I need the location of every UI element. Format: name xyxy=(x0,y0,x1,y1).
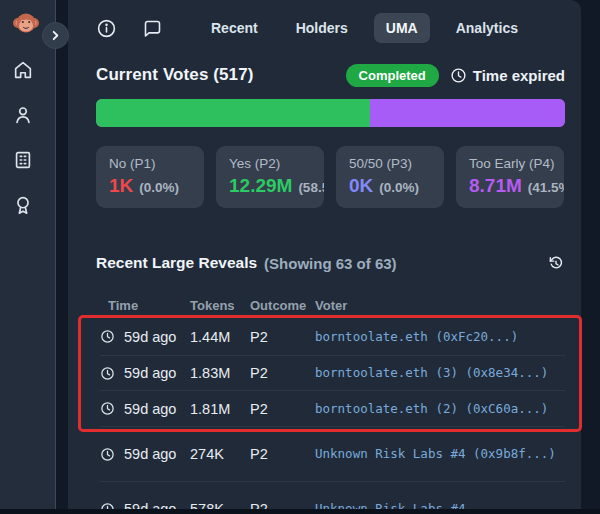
cell-time-text: 59d ago xyxy=(124,365,176,381)
table-row: 59d ago 274K P2 Unknown Risk Labs #4 (0x… xyxy=(100,427,565,482)
top-nav: Recent Holders UMA Analytics xyxy=(96,13,544,43)
progress-segment-green xyxy=(96,99,370,127)
cell-outcome: P2 xyxy=(250,365,315,381)
time-expired-label: Time expired xyxy=(473,67,565,84)
current-votes-title: Current Votes (517) xyxy=(96,65,253,85)
cell-voter-link[interactable]: borntoolate.eth (3) (0x8e34...) xyxy=(315,364,557,382)
cell-time-text: 59d ago xyxy=(124,329,176,345)
clock-icon xyxy=(100,447,115,462)
table-row: 59d ago 1.44M P2 borntoolate.eth (0xFc20… xyxy=(100,318,565,356)
table-row: 59d ago 578K P2 Unknown Risk Labs #4 xyxy=(100,482,565,509)
cell-outcome: P2 xyxy=(250,501,315,509)
clock-icon xyxy=(100,366,115,381)
table-header: Time Tokens Outcome Voter xyxy=(100,292,565,318)
cell-voter-link[interactable]: borntoolate.eth (2) (0xC60a...) xyxy=(315,400,557,418)
cell-voter-link[interactable]: Unknown Risk Labs #4 xyxy=(315,500,557,509)
cell-tokens: 1.81M xyxy=(190,401,250,417)
reveals-table: Time Tokens Outcome Voter 59d ago 1.44M … xyxy=(100,292,565,509)
clock-icon xyxy=(100,502,115,510)
status-badge: Completed xyxy=(346,64,439,87)
card-percent: (0.0%) xyxy=(139,180,179,195)
col-voter: Voter xyxy=(315,298,565,313)
card-label: No (P1) xyxy=(109,156,191,171)
card-percent: (41.5%) xyxy=(528,180,564,195)
history-icon[interactable] xyxy=(547,254,565,272)
progress-segment-purple xyxy=(370,99,565,127)
cell-voter-link[interactable]: Unknown Risk Labs #4 (0x9b8f...) xyxy=(315,445,557,463)
cell-outcome: P2 xyxy=(250,329,315,345)
cell-tokens: 274K xyxy=(190,446,250,462)
tab-holders[interactable]: Holders xyxy=(284,13,360,43)
reveals-header: Recent Large Reveals (Showing 63 of 63) xyxy=(96,254,565,272)
tab-bar: Recent Holders UMA Analytics xyxy=(199,13,544,43)
card-yes-p2: Yes (P2) 12.29M (58.5%) xyxy=(216,146,324,208)
card-label: 50/50 (P3) xyxy=(349,156,431,171)
col-time: Time xyxy=(100,298,190,313)
card-value: 12.29M xyxy=(229,175,292,197)
cell-outcome: P2 xyxy=(250,401,315,417)
card-percent: (0.0%) xyxy=(379,180,419,195)
card-no-p1: No (P1) 1K (0.0%) xyxy=(96,146,204,208)
vote-result-cards: No (P1) 1K (0.0%) Yes (P2) 12.29M (58.5%… xyxy=(96,146,568,208)
cell-tokens: 1.83M xyxy=(190,365,250,381)
card-label: Yes (P2) xyxy=(229,156,311,171)
vote-status: Completed Time expired xyxy=(346,64,565,87)
vote-progress-bar xyxy=(96,99,565,127)
table-row: 59d ago 1.81M P2 borntoolate.eth (2) (0x… xyxy=(100,391,565,427)
card-percent: (58.5%) xyxy=(298,180,324,195)
sidebar-expand-button[interactable] xyxy=(42,22,69,49)
cell-time-text: 59d ago xyxy=(124,501,176,509)
clock-icon xyxy=(100,401,115,416)
reveals-count: (Showing 63 of 63) xyxy=(264,255,397,272)
main-panel: Recent Holders UMA Analytics Current Vot… xyxy=(68,0,581,509)
tab-recent[interactable]: Recent xyxy=(199,13,270,43)
card-5050-p3: 50/50 (P3) 0K (0.0%) xyxy=(336,146,444,208)
award-icon[interactable] xyxy=(12,194,34,216)
reveals-title: Recent Large Reveals xyxy=(96,254,257,272)
cell-time-text: 59d ago xyxy=(124,401,176,417)
card-value: 0K xyxy=(349,175,373,197)
user-icon[interactable] xyxy=(12,104,34,126)
card-too-early-p4: Too Early (P4) 8.71M (41.5%) xyxy=(456,146,564,208)
card-value: 1K xyxy=(109,175,133,197)
cell-voter-link[interactable]: borntoolate.eth (0xFc20...) xyxy=(315,328,557,346)
col-outcome: Outcome xyxy=(250,298,315,313)
table-row: 59d ago 1.83M P2 borntoolate.eth (3) (0x… xyxy=(100,356,565,391)
building-icon[interactable] xyxy=(12,149,34,171)
card-label: Too Early (P4) xyxy=(469,156,551,171)
clock-icon xyxy=(100,329,115,344)
info-icon[interactable] xyxy=(96,18,117,39)
cell-time-text: 59d ago xyxy=(124,446,176,462)
cell-tokens: 578K xyxy=(190,501,250,509)
cell-outcome: P2 xyxy=(250,446,315,462)
sidebar xyxy=(0,0,56,514)
clock-icon xyxy=(450,67,467,84)
current-votes-header: Current Votes (517) Completed Time expir… xyxy=(96,61,565,89)
window-bottom-edge xyxy=(0,509,600,514)
card-value: 8.71M xyxy=(469,175,522,197)
home-icon[interactable] xyxy=(12,59,34,81)
chat-icon[interactable] xyxy=(142,18,163,39)
col-tokens: Tokens xyxy=(190,298,250,313)
cell-tokens: 1.44M xyxy=(190,329,250,345)
tab-analytics[interactable]: Analytics xyxy=(444,13,530,43)
monkey-avatar[interactable] xyxy=(13,11,39,37)
tab-uma[interactable]: UMA xyxy=(374,13,430,43)
